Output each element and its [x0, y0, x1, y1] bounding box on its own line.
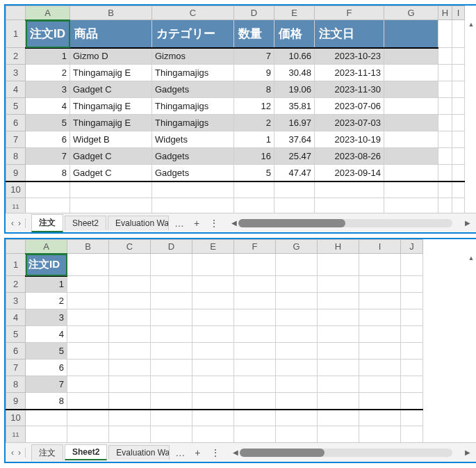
- tab-next-icon[interactable]: ›: [18, 448, 21, 458]
- cell[interactable]: [192, 276, 234, 293]
- cell[interactable]: [452, 98, 465, 115]
- cell[interactable]: [234, 276, 276, 293]
- cell[interactable]: [359, 309, 401, 326]
- cell[interactable]: [276, 393, 318, 410]
- tab-evaluation[interactable]: Evaluation Wa: [108, 216, 169, 230]
- select-all-corner[interactable]: [6, 240, 26, 254]
- cell[interactable]: [151, 276, 192, 293]
- cell[interactable]: [359, 426, 401, 443]
- cell[interactable]: [318, 360, 359, 376]
- cell[interactable]: [26, 410, 67, 426]
- tab-overflow-icon[interactable]: …: [171, 447, 189, 458]
- cell-id[interactable]: 1: [26, 48, 70, 65]
- cell[interactable]: [109, 343, 151, 360]
- col-header-F[interactable]: F: [315, 6, 384, 20]
- cell[interactable]: [359, 410, 401, 426]
- cell-id[interactable]: 6: [26, 131, 70, 148]
- cell-qty[interactable]: 2: [234, 115, 274, 131]
- col-header-H[interactable]: H: [318, 240, 359, 254]
- tab-overflow-icon[interactable]: …: [170, 218, 188, 229]
- cell[interactable]: [318, 426, 359, 443]
- cell-date[interactable]: 2023-10-19: [315, 131, 384, 148]
- cell[interactable]: [192, 309, 234, 326]
- tab-prev-icon[interactable]: ‹: [11, 448, 14, 458]
- cell[interactable]: [192, 410, 234, 426]
- cell[interactable]: [151, 393, 192, 410]
- cell[interactable]: [452, 165, 465, 181]
- cell[interactable]: [192, 343, 234, 360]
- cell[interactable]: [67, 360, 109, 376]
- cell[interactable]: [234, 393, 276, 410]
- cell-category[interactable]: Gadgets: [152, 148, 234, 165]
- cell[interactable]: [401, 426, 423, 443]
- cell[interactable]: [452, 115, 465, 131]
- cell[interactable]: [318, 293, 359, 309]
- cell-id[interactable]: 7: [26, 148, 70, 165]
- col-header-I[interactable]: I: [452, 6, 465, 20]
- cell[interactable]: [438, 198, 452, 213]
- horizontal-scroll-thumb[interactable]: [238, 219, 345, 227]
- cell-product[interactable]: Gizmo D: [70, 48, 152, 65]
- tab-prev-icon[interactable]: ‹: [11, 218, 14, 228]
- cell-category[interactable]: Widgets: [152, 131, 234, 148]
- col-header-F[interactable]: F: [234, 240, 276, 254]
- cell-product[interactable]: Thingamajig E: [70, 65, 152, 81]
- cell[interactable]: [384, 181, 438, 198]
- cell-qty[interactable]: 7: [234, 48, 274, 65]
- col-header-J[interactable]: J: [401, 240, 423, 254]
- cell[interactable]: [70, 181, 152, 198]
- cell[interactable]: [452, 148, 465, 165]
- cell[interactable]: [276, 426, 318, 443]
- cell[interactable]: [234, 326, 276, 343]
- cell[interactable]: [109, 393, 151, 410]
- cell[interactable]: [274, 181, 315, 198]
- row-header[interactable]: 2: [6, 48, 26, 65]
- cell[interactable]: [384, 98, 438, 115]
- cell[interactable]: [67, 426, 109, 443]
- row-header[interactable]: 3: [6, 65, 26, 81]
- cell-id[interactable]: 4: [26, 326, 67, 343]
- cell[interactable]: [234, 254, 276, 276]
- cell[interactable]: [276, 343, 318, 360]
- scroll-left-icon[interactable]: ◀: [230, 219, 238, 227]
- cell-id[interactable]: 5: [26, 343, 67, 360]
- cell-date[interactable]: 2023-09-14: [315, 165, 384, 181]
- cell[interactable]: [401, 276, 423, 293]
- cell[interactable]: [109, 426, 151, 443]
- cell-date[interactable]: 2023-08-26: [315, 148, 384, 165]
- cell-category[interactable]: Thingamajigs: [152, 98, 234, 115]
- cell-id[interactable]: 2: [26, 293, 67, 309]
- cell-product[interactable]: Widget B: [70, 131, 152, 148]
- cell[interactable]: [452, 198, 465, 213]
- cell-date[interactable]: 2023-07-03: [315, 115, 384, 131]
- cell-E1[interactable]: 価格: [274, 20, 315, 48]
- cell[interactable]: [452, 81, 465, 98]
- cell-D1[interactable]: 数量: [234, 20, 274, 48]
- tab-menu-icon[interactable]: ⋮: [205, 218, 223, 229]
- cell-id[interactable]: 4: [26, 98, 70, 115]
- cell[interactable]: [452, 48, 465, 65]
- cell[interactable]: [384, 198, 438, 213]
- cell[interactable]: [384, 131, 438, 148]
- cell-C1[interactable]: カテゴリー: [152, 20, 234, 48]
- col-header-D[interactable]: D: [151, 240, 192, 254]
- horizontal-scroll-thumb[interactable]: [240, 449, 325, 457]
- cell[interactable]: [234, 293, 276, 309]
- cell[interactable]: [192, 360, 234, 376]
- cell[interactable]: [384, 165, 438, 181]
- row-header-1[interactable]: 1: [6, 254, 26, 276]
- cell[interactable]: [318, 254, 359, 276]
- grid-area[interactable]: A B C D E F G H I 1 注文ID 商品 カテゴリー 数量 価格 …: [6, 6, 476, 213]
- add-sheet-icon[interactable]: +: [190, 218, 204, 229]
- cell-id[interactable]: 1: [26, 276, 67, 293]
- col-header-G[interactable]: G: [384, 6, 438, 20]
- cell[interactable]: [234, 343, 276, 360]
- cell-qty[interactable]: 12: [234, 98, 274, 115]
- cell[interactable]: [315, 181, 384, 198]
- select-all-corner[interactable]: [6, 6, 26, 20]
- cell[interactable]: [152, 198, 234, 213]
- cell[interactable]: [276, 276, 318, 293]
- cell[interactable]: [318, 376, 359, 393]
- cell[interactable]: [67, 309, 109, 326]
- cell[interactable]: [452, 181, 465, 198]
